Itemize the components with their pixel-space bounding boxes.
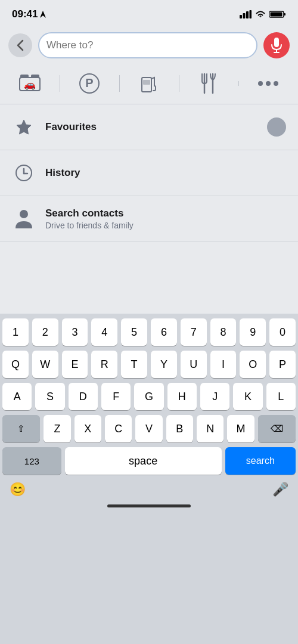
status-time: 09:41 — [12, 8, 46, 20]
favourites-toggle[interactable] — [267, 117, 286, 137]
history-text: History — [45, 167, 80, 179]
status-icons — [240, 10, 286, 18]
keyboard-row-zxcv: ⇧ Z X C V B N M ⌫ — [2, 415, 296, 442]
content-spacer — [0, 242, 298, 314]
key-u[interactable]: U — [181, 351, 207, 378]
space-key[interactable]: space — [65, 447, 222, 475]
back-icon — [17, 39, 24, 51]
key-1[interactable]: 1 — [2, 318, 29, 346]
svg-point-23 — [274, 81, 278, 86]
list-item-favourites[interactable]: Favourites — [0, 104, 298, 150]
key-4[interactable]: 4 — [91, 318, 117, 346]
search-key[interactable]: search — [225, 447, 296, 475]
keyboard-row-numbers: 1 2 3 4 5 6 7 8 9 0 — [2, 318, 296, 346]
svg-point-21 — [258, 81, 263, 86]
search-input-wrap[interactable] — [38, 32, 257, 58]
key-v[interactable]: V — [135, 415, 162, 442]
key-7[interactable]: 7 — [181, 318, 207, 346]
search-input[interactable] — [46, 39, 249, 51]
svg-text:🚗: 🚗 — [24, 79, 36, 90]
key-8[interactable]: 8 — [210, 318, 237, 346]
key-f[interactable]: F — [101, 383, 131, 410]
key-a[interactable]: A — [2, 383, 32, 410]
restaurant-icon — [200, 73, 218, 94]
status-bar: 09:41 — [0, 0, 298, 26]
emoji-key[interactable]: 😊 — [10, 482, 26, 497]
category-car-park[interactable]: 🚗 — [0, 75, 60, 92]
key-e[interactable]: E — [62, 351, 88, 378]
svg-rect-13 — [20, 75, 29, 78]
key-l[interactable]: L — [266, 383, 296, 410]
favourites-text: Favourites — [45, 121, 97, 133]
fuel-icon — [140, 73, 158, 94]
category-parking[interactable]: P — [60, 73, 119, 94]
key-6[interactable]: 6 — [151, 318, 177, 346]
key-9[interactable]: 9 — [240, 318, 266, 346]
key-d[interactable]: D — [69, 383, 98, 410]
key-m[interactable]: M — [227, 415, 254, 442]
key-w[interactable]: W — [32, 351, 58, 378]
svg-rect-4 — [250, 10, 252, 18]
favourites-title: Favourites — [45, 121, 97, 133]
key-2[interactable]: 2 — [32, 318, 58, 346]
contacts-subtitle: Drive to friends & family — [45, 221, 134, 230]
key-b[interactable]: B — [166, 415, 193, 442]
numbers-key[interactable]: 123 — [2, 447, 61, 475]
keyboard-row-bottom: 123 space search — [2, 447, 296, 475]
key-y[interactable]: Y — [151, 351, 177, 378]
contacts-text: Search contacts Drive to friends & famil… — [45, 208, 134, 230]
parking-icon: P — [79, 73, 100, 94]
svg-rect-8 — [274, 38, 279, 47]
key-i[interactable]: I — [210, 351, 237, 378]
delete-key[interactable]: ⌫ — [258, 415, 296, 442]
key-r[interactable]: R — [91, 351, 117, 378]
key-t[interactable]: T — [121, 351, 147, 378]
key-x[interactable]: X — [74, 415, 101, 442]
svg-rect-1 — [240, 15, 242, 18]
back-button[interactable] — [8, 33, 32, 57]
favourites-icon — [12, 115, 36, 139]
list-item-history[interactable]: History — [0, 150, 298, 196]
key-k[interactable]: K — [233, 383, 262, 410]
home-bar — [107, 504, 191, 507]
home-indicator — [0, 500, 298, 510]
key-0[interactable]: 0 — [269, 318, 296, 346]
key-j[interactable]: J — [200, 383, 229, 410]
key-p[interactable]: P — [269, 351, 296, 378]
key-s[interactable]: S — [35, 383, 64, 410]
more-icon — [257, 80, 279, 86]
key-h[interactable]: H — [167, 383, 197, 410]
svg-rect-7 — [284, 13, 286, 16]
signal-icon — [240, 10, 252, 18]
category-fuel[interactable] — [119, 73, 179, 94]
shift-key[interactable]: ⇧ — [2, 415, 40, 442]
key-q[interactable]: Q — [2, 351, 29, 378]
key-3[interactable]: 3 — [62, 318, 88, 346]
category-restaurant[interactable] — [179, 73, 238, 94]
location-icon — [40, 11, 46, 18]
contacts-title: Search contacts — [45, 208, 134, 219]
dictation-key[interactable]: 🎤 — [272, 482, 288, 497]
history-title: History — [45, 167, 80, 179]
svg-rect-6 — [271, 13, 283, 17]
battery-icon — [269, 10, 286, 18]
key-g[interactable]: G — [134, 383, 163, 410]
category-more[interactable] — [238, 80, 298, 86]
svg-rect-18 — [143, 80, 150, 85]
car-park-icon: 🚗 — [19, 75, 41, 92]
list-item-search-contacts[interactable]: Search contacts Drive to friends & famil… — [0, 196, 298, 242]
svg-rect-3 — [246, 11, 249, 18]
key-o[interactable]: O — [240, 351, 266, 378]
svg-text:P: P — [85, 76, 93, 89]
key-c[interactable]: C — [105, 415, 132, 442]
key-n[interactable]: N — [197, 415, 224, 442]
mic-button[interactable] — [263, 32, 290, 58]
svg-rect-2 — [243, 13, 246, 18]
svg-rect-14 — [31, 75, 39, 78]
key-z[interactable]: Z — [44, 415, 70, 442]
time-display: 09:41 — [12, 8, 38, 20]
keyboard-extras: 😊 🎤 — [2, 477, 296, 497]
key-5[interactable]: 5 — [121, 318, 147, 346]
list-area: Favourites History Search contacts Drive… — [0, 104, 298, 242]
category-bar: 🚗 P — [0, 67, 298, 104]
